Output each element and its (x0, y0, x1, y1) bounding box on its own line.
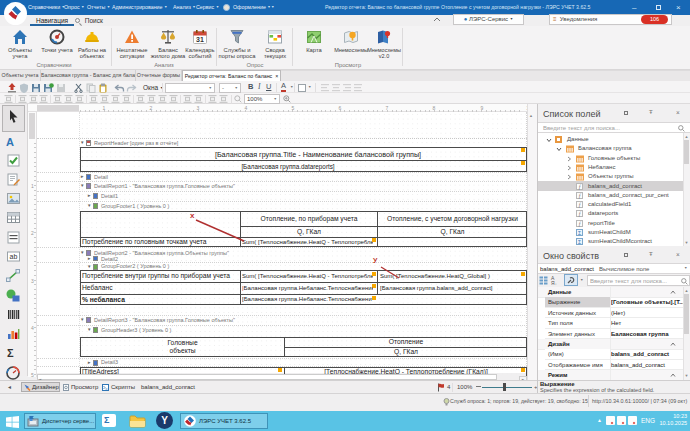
svg-text:31: 31 (196, 36, 204, 43)
svg-text:ab: ab (10, 253, 18, 260)
